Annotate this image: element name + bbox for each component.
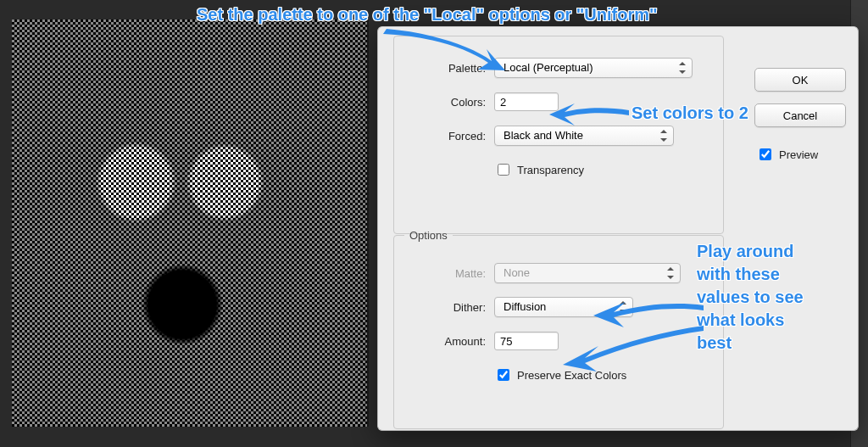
preserve-row: Preserve Exact Colors xyxy=(494,364,713,386)
amount-row: Amount: xyxy=(404,330,713,352)
forced-select-value: Black and White xyxy=(504,129,583,142)
transparency-label: Transparency xyxy=(517,164,584,176)
dither-label: Dither: xyxy=(404,301,486,314)
amount-input[interactable] xyxy=(494,332,559,350)
dialog-button-column: OK Cancel Preview xyxy=(754,68,846,163)
updown-icon xyxy=(659,130,668,142)
ok-button[interactable]: OK xyxy=(754,68,846,92)
palette-group: Palette: Local (Perceptual) Colors: xyxy=(393,36,724,234)
palette-row: Palette: Local (Perceptual) xyxy=(404,57,713,79)
options-group: Options Matte: None Dither: Diffusio xyxy=(393,229,724,429)
dither-select-value: Diffusion xyxy=(504,300,546,313)
annotation-top: Set the palette to one of the "Local" op… xyxy=(197,3,658,26)
forced-select[interactable]: Black and White xyxy=(494,126,674,146)
colors-input[interactable] xyxy=(494,92,559,111)
canvas-preview xyxy=(12,20,369,427)
updown-icon xyxy=(678,62,687,74)
forced-label: Forced: xyxy=(404,130,486,142)
updown-icon xyxy=(619,301,627,313)
matte-row: Matte: None xyxy=(404,262,713,284)
matte-label: Matte: xyxy=(404,267,486,280)
transparency-checkbox[interactable]: Transparency xyxy=(494,161,584,178)
cancel-button[interactable]: Cancel xyxy=(754,103,846,127)
forced-row: Forced: Black and White xyxy=(404,125,713,147)
matte-select-value: None xyxy=(504,266,530,279)
preview-checkbox[interactable]: Preview xyxy=(756,146,818,163)
preserve-checkbox-input[interactable] xyxy=(498,369,509,381)
matte-select: None xyxy=(494,263,681,283)
dither-row: Dither: Diffusion xyxy=(404,296,713,318)
amount-label: Amount: xyxy=(404,335,486,348)
transparency-checkbox-input[interactable] xyxy=(498,164,509,176)
preserve-checkbox[interactable]: Preserve Exact Colors xyxy=(494,366,626,383)
preview-checkbox-input[interactable] xyxy=(760,148,771,160)
preserve-label: Preserve Exact Colors xyxy=(517,369,626,382)
palette-select-value: Local (Perceptual) xyxy=(504,61,593,74)
dither-select[interactable]: Diffusion xyxy=(494,297,633,317)
annotation-colors: Set colors to 2 xyxy=(632,102,748,125)
options-legend: Options xyxy=(404,229,453,242)
palette-select[interactable]: Local (Perceptual) xyxy=(494,58,693,78)
annotation-options: Play around with these values to see wha… xyxy=(697,240,804,355)
indexed-color-dialog: Palette: Local (Perceptual) Colors: xyxy=(377,26,859,431)
preview-label: Preview xyxy=(779,148,818,161)
palette-label: Palette: xyxy=(404,62,486,75)
transparency-row: Transparency xyxy=(494,159,713,181)
dialog-body: Palette: Local (Perceptual) Colors: xyxy=(378,27,858,430)
screenshot-stage: Palette: Local (Perceptual) Colors: xyxy=(0,0,868,447)
colors-label: Colors: xyxy=(404,96,486,109)
updown-icon xyxy=(666,267,675,279)
